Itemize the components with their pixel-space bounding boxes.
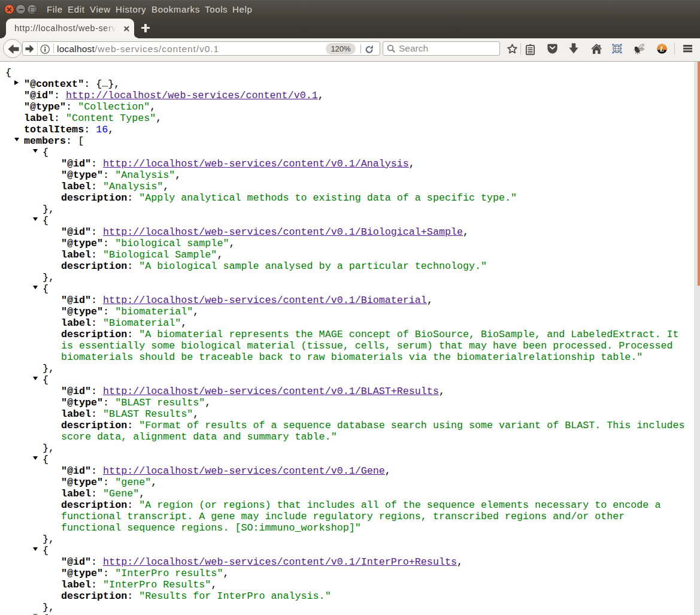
- svg-text:L: L: [659, 45, 664, 53]
